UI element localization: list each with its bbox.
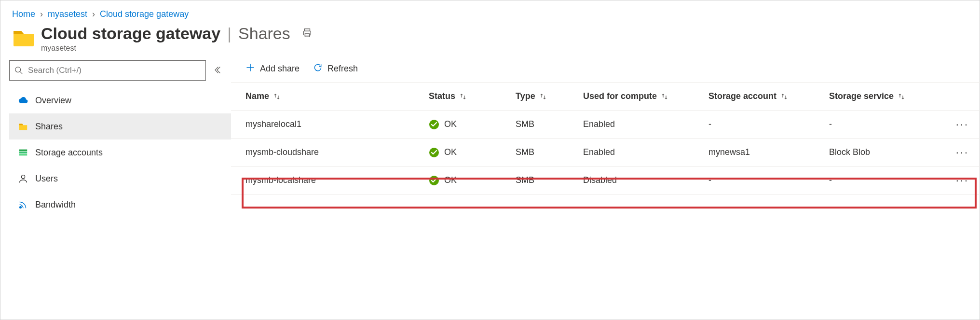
- cell-status: OK: [429, 119, 516, 130]
- cell-compute: Disabled: [583, 175, 708, 185]
- page-section-title: Shares: [238, 24, 290, 43]
- sidebar-item-shares[interactable]: Shares: [9, 113, 231, 139]
- refresh-icon: [313, 63, 323, 75]
- cell-service: Block Blob: [829, 147, 940, 157]
- column-header-type[interactable]: Type: [516, 91, 583, 101]
- sidebar-nav: Overview Shares: [9, 87, 231, 218]
- sort-icon: [459, 93, 467, 100]
- folder-icon: [18, 121, 28, 132]
- search-input-wrapper[interactable]: [9, 60, 206, 81]
- success-icon: [429, 175, 439, 186]
- add-share-button[interactable]: Add share: [245, 63, 299, 75]
- table-row[interactable]: mysharelocal1 OK SMB Enabled - - ···: [231, 111, 980, 139]
- page-subtitle: myasetest: [41, 44, 953, 53]
- search-input[interactable]: [27, 65, 201, 76]
- success-icon: [429, 147, 439, 158]
- cell-status: OK: [429, 175, 516, 186]
- cell-type: SMB: [516, 175, 583, 185]
- cell-type: SMB: [516, 119, 583, 129]
- svg-point-9: [20, 207, 22, 209]
- main-content: Add share Refresh Name: [231, 60, 980, 195]
- toolbar: Add share Refresh: [231, 60, 980, 83]
- chevron-right-icon: ›: [92, 9, 95, 19]
- page-title: Cloud storage gateway: [41, 24, 220, 43]
- column-header-name[interactable]: Name: [245, 91, 429, 101]
- cell-name: mysmb-cloudshare: [245, 147, 429, 157]
- sidebar: Overview Shares: [0, 60, 231, 218]
- page-header: Cloud storage gateway | Shares myasetest: [0, 19, 980, 53]
- table-row[interactable]: mysmb-cloudshare OK SMB Enabled mynewsa1…: [231, 139, 980, 167]
- print-icon[interactable]: [302, 28, 313, 40]
- svg-line-4: [20, 72, 23, 74]
- collapse-sidebar-icon[interactable]: [213, 66, 221, 76]
- sidebar-item-overview[interactable]: Overview: [9, 87, 231, 113]
- wifi-icon: [18, 199, 28, 210]
- column-header-status[interactable]: Status: [429, 91, 516, 101]
- svg-rect-7: [19, 154, 27, 156]
- sidebar-item-users[interactable]: Users: [9, 166, 231, 192]
- sidebar-item-label: Users: [35, 174, 58, 184]
- cell-service: -: [829, 119, 940, 129]
- sort-icon: [780, 93, 788, 100]
- cell-name: mysharelocal1: [245, 119, 429, 129]
- title-separator: |: [227, 24, 231, 43]
- folder-icon: [12, 27, 35, 47]
- row-more-button[interactable]: ···: [940, 146, 969, 159]
- success-icon: [429, 119, 439, 130]
- column-header-account[interactable]: Storage account: [708, 91, 829, 101]
- sidebar-item-label: Bandwidth: [35, 200, 76, 210]
- table-row[interactable]: mysmb-localshare OK SMB Disabled - - ···: [231, 167, 980, 195]
- person-icon: [18, 173, 28, 184]
- sort-icon: [273, 93, 281, 100]
- sidebar-item-label: Shares: [35, 122, 63, 132]
- chevron-right-icon: ›: [40, 9, 43, 19]
- refresh-button[interactable]: Refresh: [313, 63, 358, 75]
- row-more-button[interactable]: ···: [940, 174, 969, 187]
- svg-rect-5: [19, 150, 27, 152]
- tool-label: Add share: [260, 64, 299, 74]
- column-header-service[interactable]: Storage service: [829, 91, 940, 101]
- cell-status: OK: [429, 147, 516, 158]
- tool-label: Refresh: [327, 64, 358, 74]
- sort-icon: [539, 93, 547, 100]
- breadcrumb: Home › myasetest › Cloud storage gateway: [0, 9, 980, 19]
- search-icon: [14, 66, 23, 75]
- cell-service: -: [829, 175, 940, 185]
- svg-rect-6: [19, 152, 27, 153]
- table-header-row: Name Status Type Used for compute: [231, 83, 980, 111]
- cell-account: mynewsa1: [708, 147, 829, 157]
- sort-icon: [661, 93, 668, 100]
- cell-type: SMB: [516, 147, 583, 157]
- sidebar-item-label: Overview: [35, 96, 71, 106]
- sidebar-item-bandwidth[interactable]: Bandwidth: [9, 192, 231, 218]
- sidebar-item-storage-accounts[interactable]: Storage accounts: [9, 139, 231, 166]
- shares-table: Name Status Type Used for compute: [231, 83, 980, 195]
- column-header-compute[interactable]: Used for compute: [583, 91, 708, 101]
- svg-point-3: [15, 67, 21, 72]
- cell-account: -: [708, 175, 829, 185]
- sort-icon: [898, 93, 905, 100]
- cloud-icon: [18, 95, 28, 106]
- svg-point-8: [21, 175, 25, 179]
- breadcrumb-section[interactable]: Cloud storage gateway: [100, 9, 189, 19]
- cell-compute: Enabled: [583, 119, 708, 129]
- cell-name: mysmb-localshare: [245, 175, 429, 185]
- cell-compute: Enabled: [583, 147, 708, 157]
- sidebar-item-label: Storage accounts: [35, 148, 103, 158]
- storage-icon: [18, 147, 28, 158]
- plus-icon: [245, 63, 255, 75]
- cell-account: -: [708, 119, 829, 129]
- breadcrumb-home[interactable]: Home: [12, 9, 35, 19]
- row-more-button[interactable]: ···: [940, 118, 969, 131]
- close-button[interactable]: [953, 24, 968, 38]
- breadcrumb-resource[interactable]: myasetest: [48, 9, 87, 19]
